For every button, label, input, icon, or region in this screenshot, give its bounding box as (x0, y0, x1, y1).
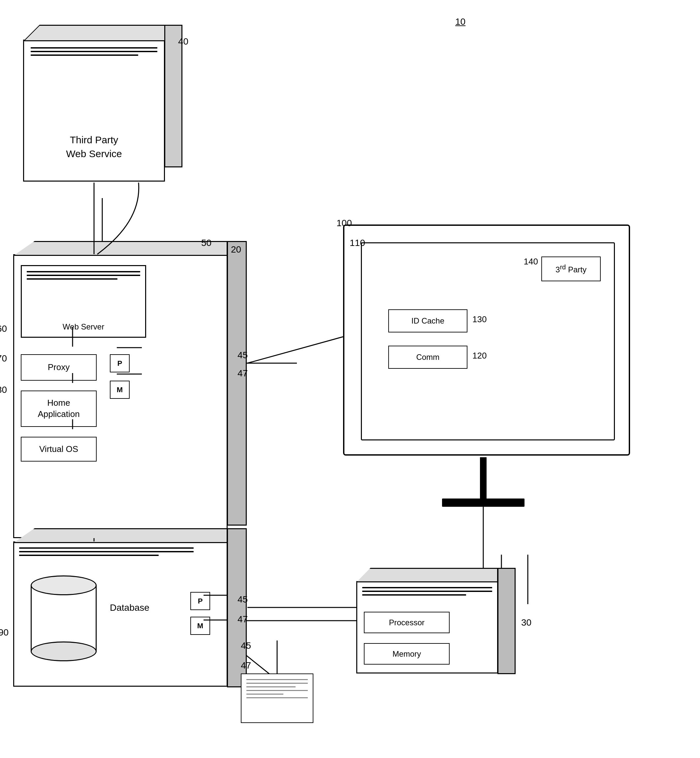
ref-110: 110 (350, 238, 365, 248)
ref-45-db: 45 (238, 594, 248, 605)
m-button-db: M (190, 617, 210, 635)
ref-120: 120 (472, 351, 487, 361)
db-top-face (13, 528, 228, 543)
third-party-widget: 3rd Party (541, 257, 601, 281)
monitor-inner: 3rd Party ID Cache Comm 140 130 120 (361, 242, 615, 440)
ref-70: 70 (0, 353, 7, 364)
svg-line-20 (247, 337, 343, 363)
ref-45-top: 45 (238, 350, 248, 360)
processor-box: Processor (364, 612, 450, 633)
memory-box: Memory (364, 643, 450, 664)
web-server-label: Web Server (22, 321, 145, 332)
db-cylinder (31, 575, 97, 661)
ref-130: 130 (472, 314, 487, 324)
ref-47-db: 47 (238, 614, 248, 625)
ref-40: 40 (178, 36, 188, 47)
container-top-face (13, 241, 228, 256)
ref-140: 140 (524, 257, 538, 267)
ref-20: 20 (231, 244, 241, 255)
ref-10-label: 10 (455, 17, 466, 27)
ref-60: 60 (0, 324, 7, 334)
p-button-top: P (110, 354, 130, 373)
ref-90: 90 (0, 627, 9, 638)
web-server-inner-box: Web Server (21, 265, 146, 338)
monitor-outer: 3rd Party ID Cache Comm 140 130 120 (343, 224, 630, 456)
web-server-container-front: Web Server Proxy HomeApplication Virtual… (13, 254, 228, 538)
ref-47-bottom: 47 (241, 660, 251, 671)
ref-100: 100 (336, 218, 352, 229)
database-box-front: Database P M (13, 542, 228, 687)
p-button-db: P (190, 592, 210, 610)
home-application-box: HomeApplication (21, 390, 97, 427)
container-right-face (227, 241, 247, 526)
diagram: 10 Third PartyWeb Service 40 Web Serv (0, 0, 700, 758)
ref-50: 50 (201, 238, 211, 248)
ref-80: 80 (0, 385, 7, 395)
third-party-label: Third PartyWeb Service (24, 133, 164, 161)
id-cache-box: ID Cache (388, 309, 467, 332)
client-device-front: Processor Memory (356, 581, 498, 673)
proxy-box: Proxy (21, 354, 97, 381)
m-button-top: M (110, 381, 130, 399)
ref-47-top: 47 (238, 368, 248, 379)
client-top-face (356, 568, 498, 583)
comm-box: Comm (388, 346, 467, 369)
third-party-server-front: Third PartyWeb Service (23, 40, 165, 182)
client-right-face (497, 568, 516, 674)
third-party-top-face (23, 25, 181, 41)
sim-card-box (241, 673, 313, 723)
virtual-os-box: Virtual OS (21, 437, 97, 462)
monitor-stand-neck (480, 457, 487, 500)
monitor-stand-base (442, 498, 525, 507)
ref-30: 30 (521, 617, 531, 628)
database-label: Database (110, 602, 150, 614)
ref-45-bottom: 45 (241, 641, 251, 651)
